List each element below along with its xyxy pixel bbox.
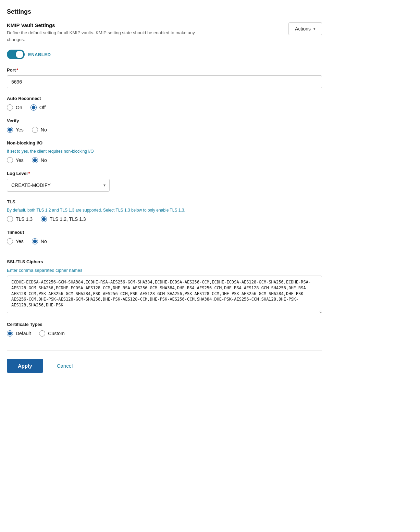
tls-1-3-label: TLS 1.3: [16, 216, 33, 222]
non-blocking-io-subtitle: If set to yes, the client requires non-b…: [7, 149, 322, 154]
auto-reconnect-off-label: Off: [39, 105, 46, 110]
log-level-field-group: Log Level* CREATE-MODIFY ALL NONE ERROR …: [7, 171, 322, 192]
port-field-group: Port*: [7, 67, 322, 88]
tls-title: TLS: [7, 199, 322, 204]
ciphers-placeholder-label: Enter comma separated cipher names: [7, 268, 322, 273]
cert-types-title: Certificate Types: [7, 322, 322, 327]
auto-reconnect-on-label: On: [16, 105, 22, 110]
actions-button[interactable]: Actions ▾: [288, 22, 322, 35]
cert-type-default-label: Default: [16, 331, 31, 336]
ciphers-textarea[interactable]: ECDHE-ECDSA-AES256-GCM-SHA384,ECDHE-RSA-…: [7, 276, 322, 313]
verify-options: Yes No: [7, 127, 322, 133]
non-blocking-io-title: Non-blocking I/O: [7, 140, 322, 145]
tls-description: By default, both TLS 1.2 and TLS 1.3 are…: [7, 208, 322, 213]
timeout-title: Timeout: [7, 230, 322, 235]
cert-types-options: Default Custom: [7, 330, 322, 337]
auto-reconnect-options: On Off: [7, 104, 322, 111]
auto-reconnect-off[interactable]: Off: [30, 104, 46, 111]
timeout-yes[interactable]: Yes: [7, 238, 24, 244]
port-label: Port*: [7, 67, 322, 73]
log-level-label: Log Level*: [7, 171, 322, 176]
non-blocking-io-group: Non-blocking I/O If set to yes, the clie…: [7, 140, 322, 163]
actions-label: Actions: [295, 26, 311, 31]
ciphers-title: SSL/TLS Ciphers: [7, 259, 322, 264]
auto-reconnect-on[interactable]: On: [7, 104, 22, 111]
toggle-label: ENABLED: [28, 52, 51, 57]
cert-type-custom[interactable]: Custom: [39, 330, 64, 337]
verify-group: Verify Yes No: [7, 118, 322, 133]
timeout-no-label: No: [41, 239, 47, 244]
verify-no-label: No: [41, 127, 47, 132]
section-header: KMIP Vault Settings Define the default s…: [7, 22, 322, 43]
section-info: KMIP Vault Settings Define the default s…: [7, 22, 199, 43]
page-title: Settings: [7, 8, 322, 15]
apply-button[interactable]: Apply: [7, 359, 43, 373]
port-input[interactable]: [7, 75, 322, 88]
section-description: Define the default setting for all KMIP …: [7, 29, 199, 43]
section-title: KMIP Vault Settings: [7, 22, 199, 28]
non-blocking-io-yes-label: Yes: [16, 157, 24, 163]
enabled-toggle-container: ENABLED: [7, 50, 322, 59]
verify-yes[interactable]: Yes: [7, 127, 24, 133]
toggle-thumb: [16, 51, 23, 58]
tls-options: TLS 1.3 TLS 1.2, TLS 1.3: [7, 216, 322, 222]
cert-types-section: Certificate Types Default Custom: [7, 322, 322, 337]
auto-reconnect-group: Auto Reconnect On Off: [7, 96, 322, 111]
cert-type-default[interactable]: Default: [7, 330, 31, 337]
verify-title: Verify: [7, 118, 322, 123]
cert-type-custom-label: Custom: [48, 331, 64, 336]
bottom-actions: Apply Cancel: [7, 350, 322, 373]
auto-reconnect-title: Auto Reconnect: [7, 96, 322, 101]
verify-no[interactable]: No: [32, 127, 47, 133]
non-blocking-io-yes[interactable]: Yes: [7, 157, 24, 163]
tls-1-3[interactable]: TLS 1.3: [7, 216, 33, 222]
tls-section: TLS By default, both TLS 1.2 and TLS 1.3…: [7, 199, 322, 222]
timeout-options: Yes No: [7, 238, 322, 244]
timeout-no[interactable]: No: [32, 238, 47, 244]
log-level-select[interactable]: CREATE-MODIFY ALL NONE ERROR WARN INFO D…: [7, 179, 110, 192]
timeout-yes-label: Yes: [16, 239, 24, 244]
log-level-required: *: [28, 171, 30, 176]
non-blocking-io-options: Yes No: [7, 157, 322, 163]
non-blocking-io-no[interactable]: No: [32, 157, 47, 163]
port-required: *: [16, 67, 18, 73]
verify-yes-label: Yes: [16, 127, 24, 132]
ciphers-section: SSL/TLS Ciphers Enter comma separated ci…: [7, 259, 322, 314]
log-level-select-wrapper: CREATE-MODIFY ALL NONE ERROR WARN INFO D…: [7, 179, 110, 192]
tls-1-2-1-3-label: TLS 1.2, TLS 1.3: [50, 216, 86, 222]
cancel-button[interactable]: Cancel: [50, 359, 80, 373]
tls-1-2-1-3[interactable]: TLS 1.2, TLS 1.3: [41, 216, 86, 222]
chevron-down-icon: ▾: [313, 27, 316, 31]
non-blocking-io-no-label: No: [41, 157, 47, 163]
timeout-group: Timeout Yes No: [7, 230, 322, 244]
divider: [7, 252, 322, 252]
enabled-toggle[interactable]: [7, 50, 25, 59]
